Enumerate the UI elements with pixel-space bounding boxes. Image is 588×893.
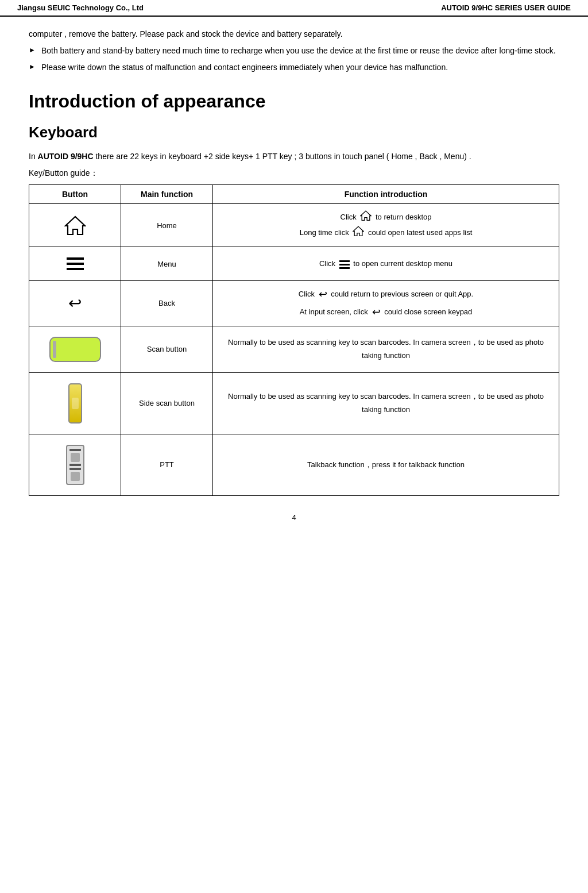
side-scan-intro-text: Normally to be used as scanning key to s…	[219, 390, 553, 415]
table-header-main: Main function	[121, 185, 213, 204]
home-icon	[64, 214, 86, 236]
scan-icon-container	[35, 331, 115, 368]
table-header-intro: Function introduction	[213, 185, 559, 204]
home-main-function: Home	[121, 204, 213, 247]
table-row-home: Home Click to return desktop Long time c…	[29, 204, 559, 247]
bullet-item-0: computer , remove the battery. Please pa…	[29, 28, 559, 40]
page-number: 4	[29, 513, 559, 522]
home-icon-inline2	[353, 225, 364, 241]
scan-main-function: Scan button	[121, 326, 213, 372]
key-guide-label: Key/Button guide：	[29, 168, 559, 179]
header-left: Jiangsu SEUIC Technology Co., Ltd	[17, 3, 144, 12]
side-scan-main-function: Side scan button	[121, 372, 213, 434]
ptt-intro-text: Talkback function，press it for talkback …	[219, 459, 553, 471]
ptt-button-icon	[66, 445, 84, 485]
bullet-arrow-1: ►	[29, 46, 36, 54]
scan-button-icon	[49, 337, 101, 362]
side-scan-button-icon-cell	[29, 372, 121, 434]
table-row-scan: Scan button Normally to be used as scann…	[29, 326, 559, 372]
menu-icon-inline	[339, 258, 350, 271]
ptt-button-icon-cell	[29, 434, 121, 495]
table-row-ptt: PTT Talkback function，press it for talkb…	[29, 434, 559, 495]
table-row-back: ↩ Back Click ↩ could return to previous …	[29, 281, 559, 326]
page-content: computer , remove the battery. Please pa…	[0, 17, 588, 545]
keyboard-intro: In AUTOID 9/9HC In AUTOID 9/9HC there ar…	[29, 150, 559, 163]
side-scan-intro: Normally to be used as scanning key to s…	[213, 372, 559, 434]
home-icon-inline	[360, 210, 372, 225]
menu-main-function: Menu	[121, 247, 213, 281]
side-scan-button-icon	[68, 383, 82, 424]
menu-icon	[67, 257, 84, 270]
home-button-icon-cell	[29, 204, 121, 247]
ptt-icon-container	[35, 439, 115, 491]
back-intro: Click ↩ could return to previous screen …	[213, 281, 559, 326]
menu-icon-container	[35, 252, 115, 276]
ptt-intro: Talkback function，press it for talkback …	[213, 434, 559, 495]
home-icon-container	[35, 209, 115, 242]
ptt-main-function: PTT	[121, 434, 213, 495]
section1-title: Introduction of appearance	[29, 91, 559, 112]
home-intro: Click to return desktop Long time click	[213, 204, 559, 247]
table-header-button: Button	[29, 185, 121, 204]
back-icon-inline: ↩	[319, 286, 327, 303]
table-row-menu: Menu Click to open current desktop menu	[29, 247, 559, 281]
scan-intro-text: Normally to be used as scanning key to s…	[219, 336, 553, 361]
bullet-text-1: Both battery and stand-by battery need m…	[41, 45, 559, 57]
back-button-icon-cell: ↩	[29, 281, 121, 326]
back-icon-inline2: ↩	[372, 303, 381, 321]
page-header: Jiangsu SEUIC Technology Co., Ltd AUTOID…	[0, 0, 588, 17]
key-table: Button Main function Function introducti…	[29, 184, 559, 495]
menu-intro: Click to open current desktop menu	[213, 247, 559, 281]
section2-title: Keyboard	[29, 124, 559, 141]
bullet-arrow-2: ►	[29, 63, 36, 71]
back-icon: ↩	[68, 294, 82, 313]
bullet-text-0: computer , remove the battery. Please pa…	[29, 28, 559, 40]
side-scan-icon-container	[35, 378, 115, 429]
bullet-item-1: ► Both battery and stand-by battery need…	[29, 45, 559, 57]
table-row-side-scan: Side scan button Normally to be used as …	[29, 372, 559, 434]
menu-button-icon-cell	[29, 247, 121, 281]
bullet-text-2: Please write down the status of malfunct…	[41, 61, 559, 74]
scan-button-icon-cell	[29, 326, 121, 372]
scan-intro: Normally to be used as scanning key to s…	[213, 326, 559, 372]
back-main-function: Back	[121, 281, 213, 326]
back-icon-container: ↩	[35, 288, 115, 318]
bullet-item-2: ► Please write down the status of malfun…	[29, 61, 559, 74]
bullet-section: computer , remove the battery. Please pa…	[29, 28, 559, 74]
header-right: AUTOID 9/9HC SERIES USER GUIDE	[441, 3, 571, 12]
